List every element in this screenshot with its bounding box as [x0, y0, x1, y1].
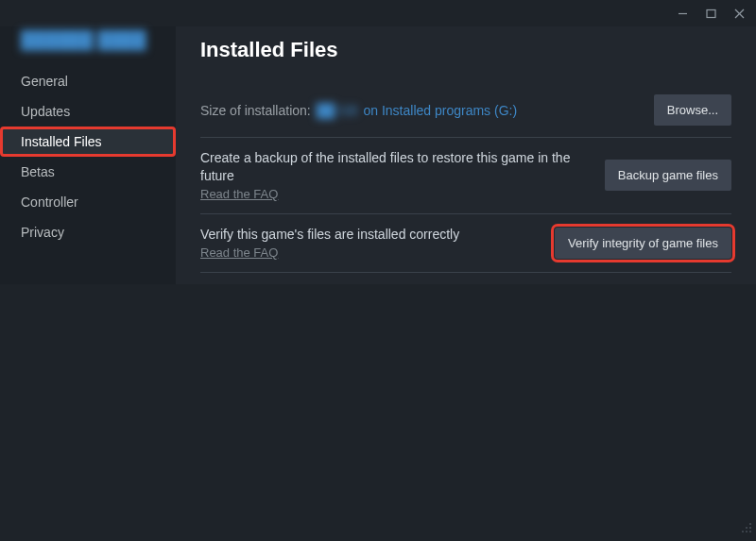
- sidebar-list: General Updates Installed Files Betas Co…: [0, 66, 176, 247]
- window-titlebar: [0, 0, 756, 26]
- install-size-row: Size of installation: ██ GB on Installed…: [200, 83, 731, 138]
- sidebar: ██████ ████ General Updates Installed Fi…: [0, 26, 176, 284]
- sidebar-item-label: Controller: [21, 194, 78, 210]
- svg-point-5: [749, 527, 751, 529]
- verify-faq-link[interactable]: Read the FAQ: [200, 245, 278, 260]
- verify-integrity-button[interactable]: Verify integrity of game files: [555, 228, 731, 259]
- sidebar-item-label: Installed Files: [21, 134, 102, 149]
- install-size-text: Size of installation: ██ GB on Installed…: [200, 103, 654, 118]
- backup-row: Create a backup of the installed files t…: [200, 138, 731, 214]
- svg-point-4: [749, 523, 751, 525]
- browse-button[interactable]: Browse...: [654, 94, 731, 126]
- install-drive-link[interactable]: on Installed programs (G:): [363, 103, 517, 118]
- svg-rect-1: [707, 9, 715, 17]
- install-size-value: ██ GB: [315, 103, 360, 118]
- main-panel: Installed Files Size of installation: ██…: [176, 26, 756, 284]
- sidebar-item-label: General: [21, 74, 68, 89]
- svg-point-7: [749, 531, 751, 533]
- window-minimize-button[interactable]: [673, 4, 692, 23]
- sidebar-item-general[interactable]: General: [0, 66, 176, 96]
- sidebar-item-betas[interactable]: Betas: [0, 157, 176, 187]
- sidebar-item-label: Privacy: [21, 225, 64, 240]
- svg-point-8: [746, 531, 747, 533]
- sidebar-item-installed-files[interactable]: Installed Files: [0, 127, 176, 157]
- backup-game-files-button[interactable]: Backup game files: [605, 160, 731, 191]
- sidebar-item-updates[interactable]: Updates: [0, 96, 176, 127]
- game-header: ██████ ████: [0, 26, 176, 66]
- svg-point-9: [742, 531, 744, 533]
- sidebar-item-privacy[interactable]: Privacy: [0, 217, 176, 247]
- backup-description: Create a backup of the installed files t…: [200, 149, 592, 185]
- sidebar-item-controller[interactable]: Controller: [0, 187, 176, 217]
- install-size-label: Size of installation:: [200, 103, 315, 118]
- verify-description: Verify this game's files are installed c…: [200, 226, 541, 244]
- sidebar-item-label: Updates: [21, 104, 70, 119]
- window-close-button[interactable]: [730, 4, 748, 23]
- game-title: ██████ ████: [21, 30, 155, 51]
- verify-row: Verify this game's files are installed c…: [200, 214, 731, 273]
- page-title: Installed Files: [200, 38, 731, 62]
- sidebar-item-label: Betas: [21, 164, 55, 179]
- window-maximize-button[interactable]: [701, 4, 720, 23]
- resize-grip-icon[interactable]: [741, 520, 752, 537]
- svg-point-6: [746, 527, 747, 529]
- backup-faq-link[interactable]: Read the FAQ: [200, 187, 278, 201]
